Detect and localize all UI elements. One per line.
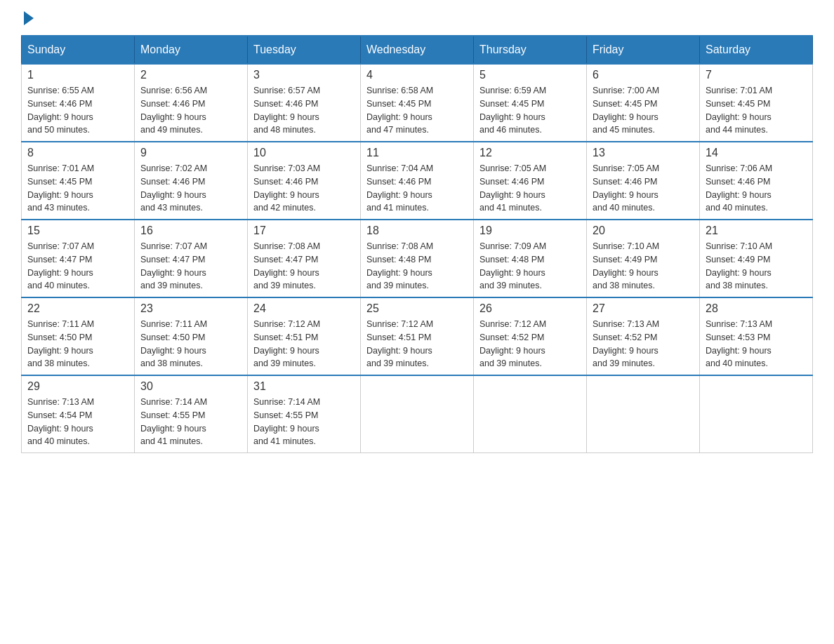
calendar-cell: 19 Sunrise: 7:09 AMSunset: 4:48 PMDaylig…: [474, 220, 587, 297]
weekday-header-sunday: Sunday: [22, 36, 135, 64]
day-number: 14: [706, 147, 807, 159]
calendar-cell: 26 Sunrise: 7:12 AMSunset: 4:52 PMDaylig…: [474, 297, 587, 375]
calendar-cell: 25 Sunrise: 7:12 AMSunset: 4:51 PMDaylig…: [361, 297, 474, 375]
calendar-cell: [361, 375, 474, 453]
calendar-cell: [587, 375, 700, 453]
day-number: 31: [253, 380, 355, 393]
calendar-cell: 29 Sunrise: 7:13 AMSunset: 4:54 PMDaylig…: [22, 375, 135, 453]
calendar-cell: 4 Sunrise: 6:58 AMSunset: 4:45 PMDayligh…: [361, 64, 474, 142]
calendar-cell: 12 Sunrise: 7:05 AMSunset: 4:46 PMDaylig…: [474, 142, 587, 220]
day-info: Sunrise: 7:13 AMSunset: 4:52 PMDaylight:…: [593, 318, 694, 370]
day-info: Sunrise: 7:13 AMSunset: 4:53 PMDaylight:…: [706, 318, 807, 370]
day-number: 1: [27, 69, 128, 81]
weekday-header-friday: Friday: [587, 36, 700, 64]
day-info: Sunrise: 7:07 AMSunset: 4:47 PMDaylight:…: [140, 240, 241, 293]
calendar-week-row: 8 Sunrise: 7:01 AMSunset: 4:45 PMDayligh…: [22, 142, 813, 220]
calendar-week-row: 15 Sunrise: 7:07 AMSunset: 4:47 PMDaylig…: [22, 220, 813, 297]
day-info: Sunrise: 7:14 AMSunset: 4:55 PMDaylight:…: [140, 396, 241, 448]
day-info: Sunrise: 7:12 AMSunset: 4:51 PMDaylight:…: [366, 318, 468, 370]
day-number: 20: [593, 224, 694, 237]
day-number: 17: [253, 224, 355, 237]
day-info: Sunrise: 7:01 AMSunset: 4:45 PMDaylight:…: [27, 162, 128, 215]
day-number: 28: [706, 302, 807, 315]
calendar-cell: 6 Sunrise: 7:00 AMSunset: 4:45 PMDayligh…: [587, 64, 700, 142]
calendar-cell: 27 Sunrise: 7:13 AMSunset: 4:52 PMDaylig…: [587, 297, 700, 375]
day-number: 21: [706, 224, 807, 237]
day-info: Sunrise: 6:59 AMSunset: 4:45 PMDaylight:…: [479, 84, 581, 137]
calendar-cell: 23 Sunrise: 7:11 AMSunset: 4:50 PMDaylig…: [135, 297, 248, 375]
calendar-cell: 24 Sunrise: 7:12 AMSunset: 4:51 PMDaylig…: [248, 297, 361, 375]
calendar-cell: 11 Sunrise: 7:04 AMSunset: 4:46 PMDaylig…: [361, 142, 474, 220]
day-info: Sunrise: 7:12 AMSunset: 4:51 PMDaylight:…: [253, 318, 355, 370]
day-number: 7: [706, 69, 807, 81]
calendar-cell: 9 Sunrise: 7:02 AMSunset: 4:46 PMDayligh…: [135, 142, 248, 220]
day-number: 13: [593, 147, 694, 159]
day-number: 30: [140, 380, 241, 393]
day-info: Sunrise: 7:01 AMSunset: 4:45 PMDaylight:…: [706, 84, 807, 137]
calendar-cell: 7 Sunrise: 7:01 AMSunset: 4:45 PMDayligh…: [700, 64, 813, 142]
day-number: 6: [593, 69, 694, 81]
day-info: Sunrise: 7:08 AMSunset: 4:48 PMDaylight:…: [366, 240, 468, 293]
day-info: Sunrise: 6:58 AMSunset: 4:45 PMDaylight:…: [366, 84, 468, 137]
day-info: Sunrise: 7:00 AMSunset: 4:45 PMDaylight:…: [593, 84, 694, 137]
day-number: 15: [27, 224, 128, 237]
day-info: Sunrise: 6:56 AMSunset: 4:46 PMDaylight:…: [140, 84, 241, 137]
day-number: 3: [253, 69, 355, 81]
calendar-cell: 1 Sunrise: 6:55 AMSunset: 4:46 PMDayligh…: [22, 64, 135, 142]
day-number: 23: [140, 302, 241, 315]
day-number: 18: [366, 224, 468, 237]
calendar-cell: 17 Sunrise: 7:08 AMSunset: 4:47 PMDaylig…: [248, 220, 361, 297]
calendar-cell: 3 Sunrise: 6:57 AMSunset: 4:46 PMDayligh…: [248, 64, 361, 142]
day-number: 5: [479, 69, 581, 81]
day-number: 2: [140, 69, 241, 81]
day-number: 9: [140, 147, 241, 159]
calendar-cell: 31 Sunrise: 7:14 AMSunset: 4:55 PMDaylig…: [248, 375, 361, 453]
calendar-cell: 28 Sunrise: 7:13 AMSunset: 4:53 PMDaylig…: [700, 297, 813, 375]
day-number: 22: [27, 302, 128, 315]
calendar-table: SundayMondayTuesdayWednesdayThursdayFrid…: [21, 35, 813, 453]
calendar-cell: 10 Sunrise: 7:03 AMSunset: 4:46 PMDaylig…: [248, 142, 361, 220]
day-number: 10: [253, 147, 355, 159]
weekday-header-row: SundayMondayTuesdayWednesdayThursdayFrid…: [22, 36, 813, 64]
calendar-cell: 13 Sunrise: 7:05 AMSunset: 4:46 PMDaylig…: [587, 142, 700, 220]
calendar-cell: 20 Sunrise: 7:10 AMSunset: 4:49 PMDaylig…: [587, 220, 700, 297]
day-info: Sunrise: 7:05 AMSunset: 4:46 PMDaylight:…: [593, 162, 694, 215]
weekday-header-saturday: Saturday: [700, 36, 813, 64]
calendar-week-row: 22 Sunrise: 7:11 AMSunset: 4:50 PMDaylig…: [22, 297, 813, 375]
calendar-cell: 30 Sunrise: 7:14 AMSunset: 4:55 PMDaylig…: [135, 375, 248, 453]
calendar-week-row: 29 Sunrise: 7:13 AMSunset: 4:54 PMDaylig…: [22, 375, 813, 453]
day-info: Sunrise: 6:55 AMSunset: 4:46 PMDaylight:…: [27, 84, 128, 137]
calendar-cell: 5 Sunrise: 6:59 AMSunset: 4:45 PMDayligh…: [474, 64, 587, 142]
calendar-cell: [474, 375, 587, 453]
calendar-cell: 18 Sunrise: 7:08 AMSunset: 4:48 PMDaylig…: [361, 220, 474, 297]
logo-triangle-icon: [24, 11, 34, 25]
calendar-cell: 14 Sunrise: 7:06 AMSunset: 4:46 PMDaylig…: [700, 142, 813, 220]
calendar-cell: 8 Sunrise: 7:01 AMSunset: 4:45 PMDayligh…: [22, 142, 135, 220]
day-info: Sunrise: 7:04 AMSunset: 4:46 PMDaylight:…: [366, 162, 468, 215]
day-number: 12: [479, 147, 581, 159]
day-info: Sunrise: 7:11 AMSunset: 4:50 PMDaylight:…: [140, 318, 241, 370]
day-number: 4: [366, 69, 468, 81]
day-info: Sunrise: 7:11 AMSunset: 4:50 PMDaylight:…: [27, 318, 128, 370]
weekday-header-tuesday: Tuesday: [248, 36, 361, 64]
calendar-cell: 16 Sunrise: 7:07 AMSunset: 4:47 PMDaylig…: [135, 220, 248, 297]
day-number: 26: [479, 302, 581, 315]
day-info: Sunrise: 6:57 AMSunset: 4:46 PMDaylight:…: [253, 84, 355, 137]
day-info: Sunrise: 7:05 AMSunset: 4:46 PMDaylight:…: [479, 162, 581, 215]
day-info: Sunrise: 7:10 AMSunset: 4:49 PMDaylight:…: [593, 240, 694, 293]
day-number: 27: [593, 302, 694, 315]
day-info: Sunrise: 7:14 AMSunset: 4:55 PMDaylight:…: [253, 396, 355, 448]
day-info: Sunrise: 7:02 AMSunset: 4:46 PMDaylight:…: [140, 162, 241, 215]
day-info: Sunrise: 7:09 AMSunset: 4:48 PMDaylight:…: [479, 240, 581, 293]
day-number: 16: [140, 224, 241, 237]
day-info: Sunrise: 7:06 AMSunset: 4:46 PMDaylight:…: [706, 162, 807, 215]
day-number: 25: [366, 302, 468, 315]
calendar-cell: [700, 375, 813, 453]
day-info: Sunrise: 7:03 AMSunset: 4:46 PMDaylight:…: [253, 162, 355, 215]
logo: [21, 14, 34, 21]
day-number: 19: [479, 224, 581, 237]
day-info: Sunrise: 7:13 AMSunset: 4:54 PMDaylight:…: [27, 396, 128, 448]
day-info: Sunrise: 7:07 AMSunset: 4:47 PMDaylight:…: [27, 240, 128, 293]
weekday-header-thursday: Thursday: [474, 36, 587, 64]
day-number: 29: [27, 380, 128, 393]
